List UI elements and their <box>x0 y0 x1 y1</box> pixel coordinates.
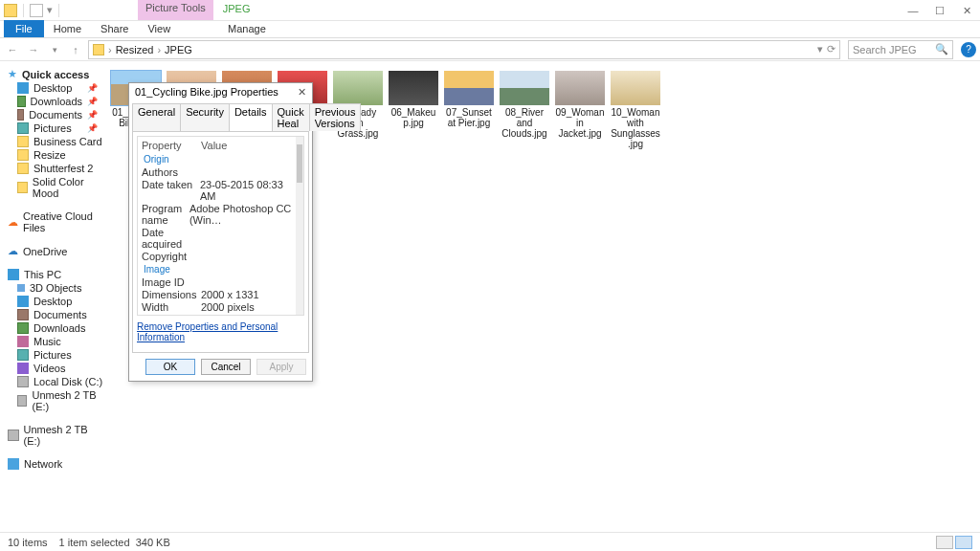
network-icon <box>8 458 19 470</box>
sidebar-item-pictures[interactable]: Pictures📌 <box>8 121 103 135</box>
ribbon-manage[interactable]: Manage <box>218 20 276 37</box>
dialog-titlebar[interactable]: 01_Cycling Bike.jpg Properties ✕ <box>129 83 312 100</box>
sidebar-item-shutterfest[interactable]: Shutterfest 2 <box>8 162 103 175</box>
sidebar-item-resize[interactable]: Resize <box>8 148 103 162</box>
view-thumbnails-button[interactable] <box>955 536 972 549</box>
sidebar-ext-drive[interactable]: Unmesh 2 TB (E:) <box>8 423 103 448</box>
prop-row[interactable]: Date taken23-05-2015 08:33 AM <box>142 178 300 202</box>
sidebar-onedrive[interactable]: ☁OneDrive <box>8 244 103 258</box>
sidebar-thispc[interactable]: This PC <box>8 268 103 281</box>
sidebar-item-pictures2[interactable]: Pictures <box>8 348 103 362</box>
prop-row[interactable]: Date acquired <box>142 226 300 250</box>
file-item[interactable]: 08_River and Clouds.jpg <box>500 71 549 149</box>
qat-newfolder-icon[interactable] <box>30 4 43 17</box>
refresh-icon[interactable]: ⟳ <box>827 43 835 55</box>
address-bar: ← → ▾ ↑ › Resized › JPEG ▾ ⟳ Search JPEG… <box>0 38 980 61</box>
apply-button[interactable]: Apply <box>256 359 306 375</box>
ribbon-file[interactable]: File <box>4 20 44 37</box>
sidebar-item-downloads2[interactable]: Downloads <box>8 321 103 335</box>
prop-row[interactable]: Height1331 pixels <box>142 313 300 316</box>
file-item[interactable]: 10_Woman with Sunglasses.jpg <box>611 71 660 149</box>
app-icon <box>4 4 17 17</box>
remove-properties-link[interactable]: Remove Properties and Personal Informati… <box>137 321 304 342</box>
prop-section: Origin <box>142 152 300 165</box>
file-item[interactable]: 09_Woman in Jacket.jpg <box>555 71 605 149</box>
close-button[interactable]: ✕ <box>953 0 980 21</box>
status-selected: 1 item selected 340 KB <box>59 537 170 548</box>
prop-row[interactable]: Authors <box>142 165 300 178</box>
pc-icon <box>8 269 19 280</box>
dialog-close-button[interactable]: ✕ <box>298 86 306 99</box>
sidebar-item-desktop[interactable]: Desktop📌 <box>8 81 103 95</box>
recent-button[interactable]: ▾ <box>46 41 63 58</box>
folder-icon <box>93 44 104 55</box>
tab-security[interactable]: Security <box>180 103 230 131</box>
sidebar-item-documents[interactable]: Documents📌 <box>8 108 103 121</box>
minimize-button[interactable]: — <box>900 0 926 21</box>
ribbon-share[interactable]: Share <box>91 20 138 37</box>
maximize-button[interactable]: ☐ <box>926 0 953 21</box>
cloud-icon: ☁ <box>8 216 18 229</box>
sidebar-item-businesscard[interactable]: Business Card <box>8 135 103 148</box>
context-tab-group: Picture Tools <box>138 0 213 20</box>
crumb-sub[interactable]: JPEG <box>165 44 192 55</box>
sidebar-item-documents2[interactable]: Documents <box>8 308 103 321</box>
tab-previous[interactable]: Previous Versions <box>309 103 362 131</box>
onedrive-icon: ☁ <box>8 245 18 257</box>
cancel-button[interactable]: Cancel <box>201 359 251 375</box>
prop-row[interactable]: Image ID <box>142 276 300 288</box>
sidebar-quickaccess[interactable]: ★Quick access <box>8 67 103 81</box>
scrollbar-thumb[interactable] <box>297 144 302 183</box>
dialog-title: 01_Cycling Bike.jpg Properties <box>135 86 278 98</box>
prop-row[interactable]: Program nameAdobe Photoshop CC (Win… <box>142 202 300 226</box>
file-item[interactable]: 06_Makeup.jpg <box>389 71 438 149</box>
view-details-button[interactable] <box>936 536 953 549</box>
sidebar-item-3dobjects[interactable]: 3D Objects <box>8 281 103 295</box>
sidebar-item-unmesh[interactable]: Unmesh 2 TB (E:) <box>8 388 103 413</box>
back-button[interactable]: ← <box>4 41 21 58</box>
pin-icon: 📌 <box>87 83 98 93</box>
ribbon-home[interactable]: Home <box>44 20 91 37</box>
sidebar-network[interactable]: Network <box>8 457 103 471</box>
ok-button[interactable]: OK <box>145 359 195 375</box>
status-count: 10 items <box>8 537 48 548</box>
properties-list[interactable]: PropertyValue OriginAuthorsDate taken23-… <box>137 136 304 316</box>
up-button[interactable]: ↑ <box>67 41 84 58</box>
sidebar-item-videos[interactable]: Videos <box>8 362 103 375</box>
ribbon-view[interactable]: View <box>138 20 180 37</box>
scrollbar[interactable] <box>296 137 303 315</box>
sidebar-item-localdisk[interactable]: Local Disk (C:) <box>8 375 103 388</box>
file-item[interactable]: 07_Sunset at Pier.jpg <box>444 71 494 149</box>
sidebar-item-music[interactable]: Music <box>8 335 103 348</box>
forward-button[interactable]: → <box>25 41 42 58</box>
prop-section: Image <box>142 262 300 276</box>
sidebar-item-solidcolor[interactable]: Solid Color Mood <box>8 175 103 200</box>
sidebar-item-desktop2[interactable]: Desktop <box>8 295 103 308</box>
title-bar: ▾ Picture Tools JPEG — ☐ ✕ <box>0 0 980 21</box>
prop-row[interactable]: Copyright <box>142 250 300 262</box>
ribbon: File Home Share View Manage <box>0 21 980 38</box>
help-button[interactable]: ? <box>961 42 976 57</box>
sidebar-creativecloud[interactable]: ☁Creative Cloud Files <box>8 209 103 234</box>
prop-row[interactable]: Dimensions2000 x 1331 <box>142 288 300 300</box>
sidebar: ★Quick access Desktop📌 Downloads📌 Docume… <box>0 61 103 532</box>
tab-details[interactable]: Details <box>229 103 273 131</box>
search-icon: 🔍 <box>935 43 948 55</box>
address-box[interactable]: › Resized › JPEG ▾ ⟳ <box>88 40 840 59</box>
context-tab: JPEG <box>213 0 260 20</box>
sidebar-item-downloads[interactable]: Downloads📌 <box>8 95 103 108</box>
tab-general[interactable]: General <box>132 103 181 131</box>
tab-quickheal[interactable]: Quick Heal <box>272 103 310 131</box>
search-input[interactable]: Search JPEG 🔍 <box>848 40 953 59</box>
properties-dialog: 01_Cycling Bike.jpg Properties ✕ General… <box>128 82 313 382</box>
star-icon: ★ <box>8 68 17 80</box>
crumb-root[interactable]: Resized <box>116 44 154 55</box>
prop-row[interactable]: Width2000 pixels <box>142 300 300 313</box>
status-bar: 10 items 1 item selected 340 KB <box>0 532 980 551</box>
